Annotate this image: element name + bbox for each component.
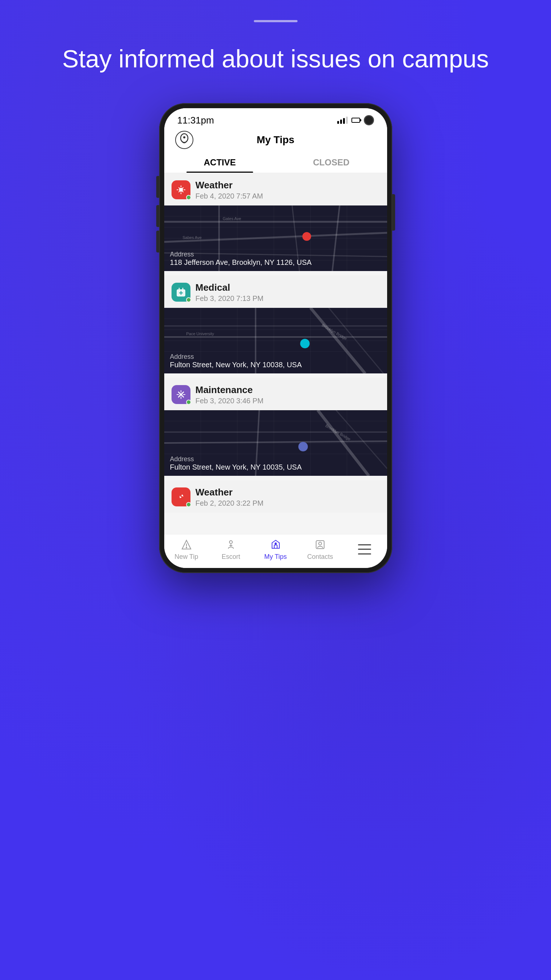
maintenance-icon-wrap xyxy=(171,385,191,404)
map-address-1: Address 118 Jefferson Ave, Brooklyn, NY … xyxy=(170,251,312,267)
svg-point-62 xyxy=(298,442,308,451)
tip-map-medical[interactable]: Brooklyn Bridge Pace University Address … xyxy=(164,308,387,374)
svg-rect-67 xyxy=(274,545,277,548)
tip-name-medical: Medical xyxy=(195,282,380,293)
tip-map-maintenance[interactable]: Brooklyn Bridge Address Fulton Street, N… xyxy=(164,410,387,476)
status-time: 11:31pm xyxy=(177,115,214,126)
tab-active[interactable]: ACTIVE xyxy=(164,151,276,173)
map-address-maintenance: Address Fulton Street, New York, NY 1003… xyxy=(170,455,302,471)
tip-card-weather-1[interactable]: Weather Feb 4, 2020 7:57 AM xyxy=(164,173,387,271)
nav-new-tip[interactable]: New Tip xyxy=(164,538,209,561)
status-icons xyxy=(337,115,374,125)
svg-point-43 xyxy=(300,339,310,348)
tip-name-maintenance: Maintenance xyxy=(195,384,380,396)
headline: Stay informed about issues on campus xyxy=(19,44,533,74)
my-tips-icon xyxy=(269,538,282,551)
tip-header-medical: Medical Feb 3, 2020 7:13 PM xyxy=(164,275,387,308)
phone-screen: 11:31pm My Tips xyxy=(164,108,387,568)
nav-contacts[interactable]: Contacts xyxy=(298,538,342,561)
app-header: My Tips xyxy=(164,129,387,151)
tip-card-medical[interactable]: Medical Feb 3, 2020 7:13 PM xyxy=(164,275,387,374)
svg-point-45 xyxy=(180,393,182,396)
signal-bars-icon xyxy=(337,116,348,124)
status-dot-medical xyxy=(186,297,191,302)
nav-new-tip-label: New Tip xyxy=(175,553,198,561)
svg-text:Gates Ave: Gates Ave xyxy=(222,216,241,220)
tip-info-medical: Medical Feb 3, 2020 7:13 PM xyxy=(195,282,380,303)
tip-date-maintenance: Feb 3, 2020 3:46 PM xyxy=(195,397,380,405)
bottom-nav: New Tip Escort xyxy=(164,534,387,568)
escort-icon xyxy=(224,538,237,551)
tip-header-maintenance: Maintenance Feb 3, 2020 3:46 PM xyxy=(164,378,387,410)
medical-icon-wrap xyxy=(171,283,191,302)
hamburger-menu[interactable] xyxy=(342,544,387,554)
status-dot-maintenance xyxy=(186,400,191,405)
weather-icon-wrap xyxy=(171,180,191,199)
tip-info-4: Weather Feb 2, 2020 3:22 PM xyxy=(195,487,380,508)
tip-card-maintenance[interactable]: Maintenance Feb 3, 2020 3:46 PM xyxy=(164,378,387,476)
status-dot-weather-2 xyxy=(186,502,191,507)
tip-date-4: Feb 2, 2020 3:22 PM xyxy=(195,499,380,508)
svg-point-66 xyxy=(229,541,232,544)
tip-date-medical: Feb 3, 2020 7:13 PM xyxy=(195,294,380,303)
tip-date-1: Feb 4, 2020 7:57 AM xyxy=(195,192,380,200)
hamburger-icon xyxy=(358,544,371,554)
new-tip-icon xyxy=(180,538,193,551)
battery-icon xyxy=(351,118,360,123)
tabs: ACTIVE CLOSED xyxy=(164,151,387,173)
app-logo xyxy=(175,131,194,149)
tip-header-weather-1: Weather Feb 4, 2020 7:57 AM xyxy=(164,173,387,205)
app-title: My Tips xyxy=(257,134,295,146)
phone-shell: 11:31pm My Tips xyxy=(159,103,392,573)
svg-point-68 xyxy=(275,543,276,544)
map-address-medical: Address Fulton Street, New York, NY 1003… xyxy=(170,353,302,369)
tip-name-4: Weather xyxy=(195,487,380,498)
tab-closed[interactable]: CLOSED xyxy=(276,151,387,173)
tip-name-1: Weather xyxy=(195,180,380,191)
svg-point-23 xyxy=(302,232,311,241)
camera-dot xyxy=(364,115,374,125)
status-bar: 11:31pm xyxy=(164,108,387,129)
svg-text:Pace University: Pace University xyxy=(186,331,214,336)
tip-header-weather-2: Weather Feb 2, 2020 3:22 PM xyxy=(164,480,387,512)
svg-point-70 xyxy=(319,542,322,545)
nav-contacts-label: Contacts xyxy=(307,553,333,561)
weather-icon-wrap-2 xyxy=(171,487,191,506)
nav-escort[interactable]: Escort xyxy=(209,538,253,561)
nav-escort-label: Escort xyxy=(222,553,240,561)
status-dot xyxy=(186,195,191,200)
svg-point-65 xyxy=(186,547,187,548)
tip-info-1: Weather Feb 4, 2020 7:57 AM xyxy=(195,180,380,200)
contacts-icon xyxy=(314,538,327,551)
svg-text:Sabes Ave: Sabes Ave xyxy=(183,235,202,240)
top-indicator xyxy=(254,20,297,22)
svg-point-2 xyxy=(183,136,185,138)
nav-my-tips[interactable]: My Tips xyxy=(253,538,297,561)
tip-card-weather-2[interactable]: Weather Feb 2, 2020 3:22 PM xyxy=(164,480,387,512)
tip-info-maintenance: Maintenance Feb 3, 2020 3:46 PM xyxy=(195,384,380,405)
tip-map-1[interactable]: Gates Ave Sabes Ave Address 118 Jefferso… xyxy=(164,205,387,271)
nav-my-tips-label: My Tips xyxy=(264,553,287,561)
tips-list[interactable]: Weather Feb 4, 2020 7:57 AM xyxy=(164,173,387,534)
